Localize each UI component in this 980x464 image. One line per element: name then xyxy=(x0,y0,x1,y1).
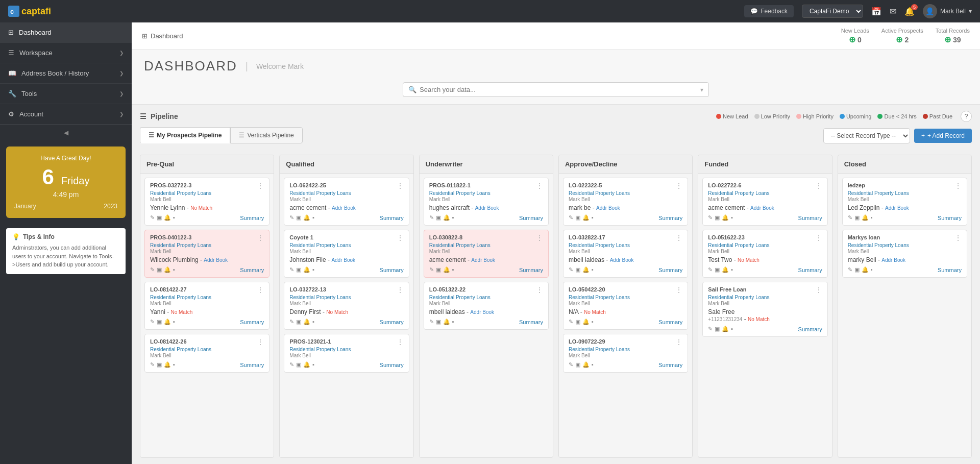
edit-icon[interactable]: ✎ xyxy=(708,214,713,221)
copy-icon[interactable]: ▣ xyxy=(296,266,301,273)
card-menu-icon[interactable]: ⋮ xyxy=(257,234,264,241)
addr-book-link[interactable]: Addr Book xyxy=(596,205,620,211)
attachment-icon[interactable]: ▪ xyxy=(312,319,314,325)
copy-icon[interactable]: ▣ xyxy=(715,326,720,332)
card-menu-icon[interactable]: ⋮ xyxy=(815,234,822,241)
edit-icon[interactable]: ✎ xyxy=(569,361,573,368)
bell-icon[interactable]: 🔔 xyxy=(303,214,310,221)
summary-link[interactable]: Summary xyxy=(938,267,962,273)
edit-icon[interactable]: ✎ xyxy=(289,319,294,325)
attachment-icon[interactable]: ▪ xyxy=(592,319,594,325)
edit-icon[interactable]: ✎ xyxy=(429,319,434,325)
summary-link[interactable]: Summary xyxy=(380,319,404,325)
bell-icon[interactable]: 🔔 xyxy=(582,319,590,325)
attachment-icon[interactable]: ▪ xyxy=(871,266,873,273)
notification-icon[interactable]: 🔔 5 xyxy=(904,7,915,16)
summary-link[interactable]: Summary xyxy=(240,267,264,273)
tab-verticals-pipeline[interactable]: ☰ Verticals Pipeline xyxy=(230,127,302,143)
attachment-icon[interactable]: ▪ xyxy=(452,266,454,273)
edit-icon[interactable]: ✎ xyxy=(569,266,573,273)
copy-icon[interactable]: ▣ xyxy=(436,266,441,273)
edit-icon[interactable]: ✎ xyxy=(289,214,294,221)
attachment-icon[interactable]: ▪ xyxy=(173,214,175,221)
sidebar-item-tools[interactable]: 🔧 Tools ❯ xyxy=(0,84,132,104)
bell-icon[interactable]: 🔔 xyxy=(862,214,869,221)
copy-icon[interactable]: ▣ xyxy=(575,266,580,273)
summary-link[interactable]: Summary xyxy=(798,267,822,273)
bell-icon[interactable]: 🔔 xyxy=(722,266,729,273)
attachment-icon[interactable]: ▪ xyxy=(173,319,175,325)
sidebar-item-workspace[interactable]: ☰ Workspace ❯ xyxy=(0,43,132,63)
sidebar-item-dashboard[interactable]: ⊞ Dashboard xyxy=(0,22,132,43)
card-menu-icon[interactable]: ⋮ xyxy=(397,182,404,189)
edit-icon[interactable]: ✎ xyxy=(848,214,852,221)
bell-icon[interactable]: 🔔 xyxy=(443,266,450,273)
copy-icon[interactable]: ▣ xyxy=(854,214,860,221)
org-selector[interactable]: CaptaFi Demo xyxy=(802,5,863,18)
edit-icon[interactable]: ✎ xyxy=(429,266,434,273)
attachment-icon[interactable]: ▪ xyxy=(731,214,733,221)
addr-book-link[interactable]: Addr Book xyxy=(475,205,499,211)
card-menu-icon[interactable]: ⋮ xyxy=(257,286,264,294)
edit-icon[interactable]: ✎ xyxy=(150,361,155,368)
card-menu-icon[interactable]: ⋮ xyxy=(675,182,682,189)
summary-link[interactable]: Summary xyxy=(658,215,682,221)
copy-icon[interactable]: ▣ xyxy=(436,214,441,221)
copy-icon[interactable]: ▣ xyxy=(575,361,580,368)
addr-book-link[interactable]: Addr Book xyxy=(750,205,774,211)
card-menu-icon[interactable]: ⋮ xyxy=(954,234,962,241)
select-record-type[interactable]: -- Select Record Type -- xyxy=(823,128,910,143)
bell-icon[interactable]: 🔔 xyxy=(164,361,171,368)
copy-icon[interactable]: ▣ xyxy=(157,266,162,273)
copy-icon[interactable]: ▣ xyxy=(575,319,580,325)
sidebar-item-address-book[interactable]: 📖 Address Book / History ❯ xyxy=(0,63,132,84)
summary-link[interactable]: Summary xyxy=(240,319,264,325)
summary-link[interactable]: Summary xyxy=(658,362,682,368)
summary-link[interactable]: Summary xyxy=(519,215,543,221)
calendar-icon[interactable]: 📅 xyxy=(871,7,881,16)
copy-icon[interactable]: ▣ xyxy=(157,319,162,325)
addr-book-link[interactable]: Addr Book xyxy=(331,257,355,263)
card-menu-icon[interactable]: ⋮ xyxy=(397,286,404,294)
copy-icon[interactable]: ▣ xyxy=(296,319,301,325)
bell-icon[interactable]: 🔔 xyxy=(443,214,450,221)
edit-icon[interactable]: ✎ xyxy=(289,266,294,273)
card-menu-icon[interactable]: ⋮ xyxy=(954,182,962,189)
summary-link[interactable]: Summary xyxy=(519,267,543,273)
attachment-icon[interactable]: ▪ xyxy=(731,266,733,273)
sidebar-item-account[interactable]: ⚙ Account ❯ xyxy=(0,104,132,125)
attachment-icon[interactable]: ▪ xyxy=(452,319,454,325)
summary-link[interactable]: Summary xyxy=(658,267,682,273)
logo[interactable]: c captafi xyxy=(8,6,51,17)
copy-icon[interactable]: ▣ xyxy=(715,214,720,221)
edit-icon[interactable]: ✎ xyxy=(569,214,573,221)
edit-icon[interactable]: ✎ xyxy=(848,266,852,273)
copy-icon[interactable]: ▣ xyxy=(296,214,301,221)
card-menu-icon[interactable]: ⋮ xyxy=(257,182,264,189)
attachment-icon[interactable]: ▪ xyxy=(592,361,594,368)
bell-icon[interactable]: 🔔 xyxy=(862,266,869,273)
card-menu-icon[interactable]: ⋮ xyxy=(536,234,543,241)
copy-icon[interactable]: ▣ xyxy=(575,214,580,221)
attachment-icon[interactable]: ▪ xyxy=(452,214,454,221)
edit-icon[interactable]: ✎ xyxy=(708,266,713,273)
sidebar-collapse-button[interactable]: ◀ xyxy=(0,125,132,140)
attachment-icon[interactable]: ▪ xyxy=(312,361,314,368)
feedback-button[interactable]: 💬 Feedback xyxy=(744,5,794,17)
card-menu-icon[interactable]: ⋮ xyxy=(397,338,404,346)
addr-book-link[interactable]: Addr Book xyxy=(610,257,634,263)
card-menu-icon[interactable]: ⋮ xyxy=(536,286,543,294)
card-menu-icon[interactable]: ⋮ xyxy=(675,286,682,294)
copy-icon[interactable]: ▣ xyxy=(715,266,720,273)
addr-book-link[interactable]: Addr Book xyxy=(470,309,494,315)
bell-icon[interactable]: 🔔 xyxy=(164,214,171,221)
copy-icon[interactable]: ▣ xyxy=(157,214,162,221)
card-menu-icon[interactable]: ⋮ xyxy=(675,338,682,346)
addr-book-link[interactable]: Addr Book xyxy=(204,257,228,263)
summary-link[interactable]: Summary xyxy=(519,319,543,325)
edit-icon[interactable]: ✎ xyxy=(289,361,294,368)
copy-icon[interactable]: ▣ xyxy=(854,266,860,273)
card-menu-icon[interactable]: ⋮ xyxy=(815,182,822,189)
bell-icon[interactable]: 🔔 xyxy=(722,326,729,332)
summary-link[interactable]: Summary xyxy=(658,319,682,325)
